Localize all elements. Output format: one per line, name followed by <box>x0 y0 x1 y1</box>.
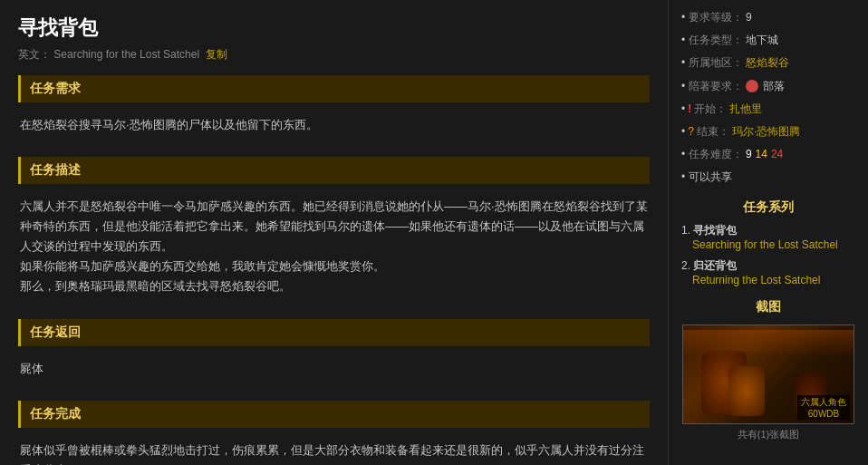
screenshot-badge: 六属人角色60WDB <box>797 395 850 420</box>
series-title: 任务系列 <box>681 199 855 216</box>
complete-header: 任务完成 <box>18 401 650 428</box>
sidebar-start: ! 开始： 扎他里 <box>681 101 855 118</box>
sidebar: 要求等级： 9 任务类型： 地下城 所属地区： 怒焰裂谷 陪著要求： 部落 ! … <box>669 0 868 465</box>
sidebar-difficulty: 任务难度： 9 14 24 <box>681 146 855 163</box>
sidebar-companion: 陪著要求： 部落 <box>681 78 855 95</box>
copy-link[interactable]: 复制 <box>206 48 227 61</box>
start-value[interactable]: 扎他里 <box>729 101 762 118</box>
end-label: 结束： <box>697 123 729 140</box>
series-en-2[interactable]: Returning the Lost Satchel <box>692 274 855 286</box>
series-item-2: 2. 归还背包 Returning the Lost Satchel <box>681 258 855 286</box>
description-content: 六属人并不是怒焰裂谷中唯一令马加萨感兴趣的东西。她已经得到消息说她的仆从——马尔… <box>18 193 650 305</box>
difficulty-values: 9 14 24 <box>746 146 783 163</box>
requirements-content: 在怒焰裂谷搜寻马尔·恐怖图腾的尸体以及他留下的东西。 <box>18 111 650 144</box>
sidebar-area: 所属地区： 怒焰裂谷 <box>681 54 855 72</box>
description-header: 任务描述 <box>18 157 650 184</box>
subtitle-en: Searching for the Lost Satchel <box>53 48 199 61</box>
require-level-value: 9 <box>746 11 752 24</box>
series-en-1[interactable]: Searching for the Lost Satchel <box>692 238 855 251</box>
screenshot-title: 截图 <box>681 299 855 315</box>
return-content: 屍体 <box>18 355 650 388</box>
main-content: 寻找背包 英文： Searching for the Lost Satchel … <box>0 0 669 465</box>
subtitle-label: 英文： <box>18 48 51 61</box>
screenshot-section: 六属人角色60WDB 共有(1)张截图 <box>681 325 855 441</box>
page-title: 寻找背包 <box>18 15 650 42</box>
sidebar-quest-type: 任务类型： 地下城 <box>681 32 855 49</box>
requirements-header: 任务需求 <box>18 75 650 102</box>
require-level-label: 要求等级： <box>689 11 743 24</box>
difficulty-9: 9 <box>746 146 752 163</box>
companion-badge <box>746 80 758 92</box>
difficulty-24: 24 <box>771 146 783 163</box>
end-value[interactable]: 玛尔·恐怖图腾 <box>732 123 800 140</box>
screenshot-image[interactable]: 六属人角色60WDB <box>682 325 854 424</box>
quest-type-value: 地下城 <box>746 34 778 46</box>
sidebar-shareable: 可以共享 <box>681 169 855 186</box>
shareable-label: 可以共享 <box>689 170 732 183</box>
start-label: 开始： <box>694 101 727 118</box>
sidebar-end: ? 结束： 玛尔·恐怖图腾 <box>681 123 855 140</box>
quest-type-label: 任务类型： <box>689 34 743 46</box>
companion-label: 陪著要求： <box>689 80 743 92</box>
companion-value: 部落 <box>763 80 785 92</box>
return-header: 任务返回 <box>18 319 650 346</box>
subtitle-row: 英文： Searching for the Lost Satchel 复制 <box>18 47 650 63</box>
series-item-1: 1. 寻找背包 Searching for the Lost Satchel <box>681 223 855 251</box>
quest-series-list: 1. 寻找背包 Searching for the Lost Satchel 2… <box>681 223 855 286</box>
sidebar-require-level: 要求等级： 9 <box>681 9 855 26</box>
difficulty-14: 14 <box>756 146 767 163</box>
difficulty-label: 任务难度： <box>689 148 743 160</box>
area-label: 所属地区： <box>689 56 743 69</box>
screenshot-caption: 共有(1)张截图 <box>681 428 855 441</box>
area-value[interactable]: 怒焰裂谷 <box>746 56 789 69</box>
complete-content: 屍体似乎曾被棍棒或拳头猛烈地击打过，伤痕累累，但是大部分衣物和装备看起来还是很新… <box>18 437 650 465</box>
